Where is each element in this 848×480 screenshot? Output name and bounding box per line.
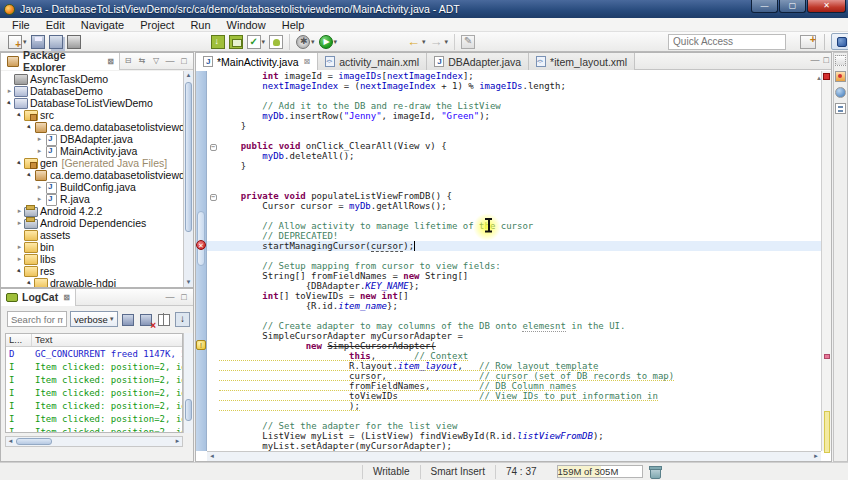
overview-warning-marker[interactable]: [824, 411, 830, 453]
tree-item-mainactivity-java[interactable]: ▸MainActivity.java: [1, 145, 183, 157]
new-wizard-button[interactable]: ▾: [6, 33, 29, 50]
logcat-search-input[interactable]: [7, 311, 67, 327]
expand-arrow-icon[interactable]: ▸: [15, 207, 24, 215]
back-button[interactable]: ▾: [405, 33, 428, 50]
logcat-row[interactable]: IItem clicked: position=2, id=2: [6, 373, 182, 386]
minimize-view-button[interactable]: —: [164, 56, 176, 67]
print-button[interactable]: [65, 33, 83, 50]
tree-item-ca-demo-databasetolistviewdemo[interactable]: ▸ca.demo.databasetolistviewdemo: [1, 169, 183, 181]
expand-arrow-icon[interactable]: ▸: [35, 135, 44, 143]
forward-button[interactable]: ▾: [428, 33, 451, 50]
tree-item-databasetolistviewdemo[interactable]: ▸DatabaseToListViewDemo: [1, 97, 183, 109]
tree-item-assets[interactable]: assets: [1, 229, 183, 241]
editor-marker-bar[interactable]: ✕!: [196, 71, 207, 451]
android-sdk-manager-button[interactable]: [209, 33, 227, 50]
logcat-filters-button[interactable]: [157, 312, 172, 327]
logcat-vertical-scrollbar[interactable]: [183, 333, 193, 433]
editor-horizontal-scrollbar[interactable]: ◄►: [207, 451, 821, 461]
help-icon[interactable]: [835, 87, 846, 98]
overview-error-marker[interactable]: [824, 354, 830, 359]
logcat-row[interactable]: IItem clicked: position=2, id=2: [6, 399, 182, 412]
tree-item-ca-demo-databasetolistviewdemo[interactable]: ▸ca.demo.databasetolistviewdemo: [1, 121, 183, 133]
lint-check-button[interactable]: ▾: [245, 33, 268, 50]
tree-item-dbadapter-java[interactable]: ▸DBAdapter.java: [1, 133, 183, 145]
run-garbage-collector-button[interactable]: [649, 465, 660, 478]
tree-item-asynctaskdemo[interactable]: AsyncTaskDemo: [1, 73, 183, 85]
package-explorer-scrollbar[interactable]: ▲ ▼: [183, 71, 193, 287]
fold-collapse-icon[interactable]: −: [210, 194, 217, 201]
save-button[interactable]: [29, 33, 47, 50]
tree-item-res[interactable]: ▸res: [1, 265, 183, 277]
tree-item-android-dependencies[interactable]: ▸Android Dependencies: [1, 217, 183, 229]
expand-arrow-icon[interactable]: ▸: [35, 183, 44, 191]
run-button[interactable]: ▾: [317, 33, 340, 50]
tree-item-r-java[interactable]: ▸R.java: [1, 193, 183, 205]
tree-item-src[interactable]: ▸src: [1, 109, 183, 121]
error-marker-icon[interactable]: ✕: [196, 240, 206, 250]
minimize-button[interactable]: —: [751, 0, 778, 13]
editor-maximize-button[interactable]: □: [824, 55, 829, 65]
logcat-close-icon[interactable]: ⊠: [63, 293, 70, 302]
package-explorer-close-icon[interactable]: ⊠: [107, 57, 114, 66]
logcat-scroll-lock-button[interactable]: [175, 312, 190, 327]
package-explorer-tab[interactable]: Package Explorer ⊠: [1, 53, 120, 70]
tree-item-buildconfig-java[interactable]: ▸BuildConfig.java: [1, 181, 183, 193]
fold-collapse-icon[interactable]: −: [210, 144, 217, 151]
close-button[interactable]: ✕: [807, 0, 846, 13]
perspective-java-button[interactable]: Java: [831, 33, 848, 50]
editor-minimize-button[interactable]: —: [811, 55, 820, 65]
menu-item-file[interactable]: File: [4, 19, 38, 31]
expand-arrow-icon[interactable]: ▸: [35, 147, 44, 155]
avd-manager-button[interactable]: [227, 33, 245, 50]
overview-ruler[interactable]: ▲: [821, 71, 831, 451]
logcat-row[interactable]: IItem clicked: position=2, id=2: [6, 425, 182, 433]
open-perspective-button[interactable]: [800, 35, 816, 49]
restore-views-icon[interactable]: [835, 55, 846, 66]
tab-close-icon[interactable]: ⊠: [304, 57, 311, 66]
view-menu-button[interactable]: ▽: [150, 56, 162, 67]
menu-item-window[interactable]: Window: [219, 19, 274, 31]
menu-item-project[interactable]: Project: [132, 19, 182, 31]
expand-arrow-icon[interactable]: ▸: [15, 255, 24, 263]
logcat-text-column-header[interactable]: Text: [32, 334, 182, 346]
menu-item-edit[interactable]: Edit: [38, 19, 73, 31]
menu-item-navigate[interactable]: Navigate: [73, 19, 132, 31]
menu-item-run[interactable]: Run: [182, 19, 218, 31]
editor-tab-mainactivity-java[interactable]: *MainActivity.java⊠: [196, 53, 318, 70]
maximize-view-button[interactable]: □: [178, 56, 190, 67]
logcat-level-select[interactable]: verbose▼: [70, 311, 118, 327]
external-tools-button[interactable]: ▾: [294, 33, 317, 50]
logcat-horizontal-scrollbar[interactable]: ◄►: [5, 436, 183, 447]
expand-arrow-icon[interactable]: ▸: [5, 87, 14, 95]
save-all-button[interactable]: [47, 33, 65, 50]
logcat-row[interactable]: DGC_CONCURRENT freed 1147K, 57%: [6, 347, 182, 360]
editor-tab-activity-main-xml[interactable]: activity_main.xml: [318, 53, 427, 70]
logcat-level-column-header[interactable]: L...: [6, 334, 32, 346]
tree-item-drawable-hdpi[interactable]: ▸drawable-hdpi: [1, 277, 183, 287]
collapse-all-button[interactable]: ⊟: [122, 56, 134, 67]
maximize-button[interactable]: ▢: [779, 0, 806, 13]
logcat-row[interactable]: IItem clicked: position=2, id=2: [6, 412, 182, 425]
tree-item-android-4-2-2[interactable]: ▸Android 4.2.2: [1, 205, 183, 217]
logcat-minimize-button[interactable]: —: [164, 292, 176, 303]
logcat-clear-button[interactable]: [139, 312, 154, 327]
code-editor[interactable]: int imageId = imageIDs[nextImageIndex]; …: [207, 71, 821, 451]
menu-item-help[interactable]: Help: [274, 19, 313, 31]
new-android-app-button[interactable]: [267, 33, 285, 50]
logcat-save-button[interactable]: [121, 312, 136, 327]
outline-icon[interactable]: [835, 103, 846, 114]
expand-arrow-icon[interactable]: ▸: [15, 243, 24, 251]
logcat-row[interactable]: IItem clicked: position=2, id=2: [6, 360, 182, 373]
expand-arrow-icon[interactable]: ▸: [15, 219, 24, 227]
link-with-editor-button[interactable]: ⇆: [136, 56, 148, 67]
logcat-maximize-button[interactable]: □: [178, 292, 190, 303]
quick-access-input[interactable]: [668, 34, 786, 50]
tree-item-bin[interactable]: ▸bin: [1, 241, 183, 253]
editor-tab-item-layout-xml[interactable]: *item_layout.xml: [529, 53, 635, 70]
tree-item-libs[interactable]: ▸libs: [1, 253, 183, 265]
last-edit-location-button[interactable]: [459, 33, 477, 50]
warning-marker-icon[interactable]: !: [196, 340, 206, 350]
expand-arrow-icon[interactable]: ▸: [35, 195, 44, 203]
task-list-icon[interactable]: [835, 71, 846, 82]
logcat-tab[interactable]: LogCat ⊠: [1, 289, 76, 306]
